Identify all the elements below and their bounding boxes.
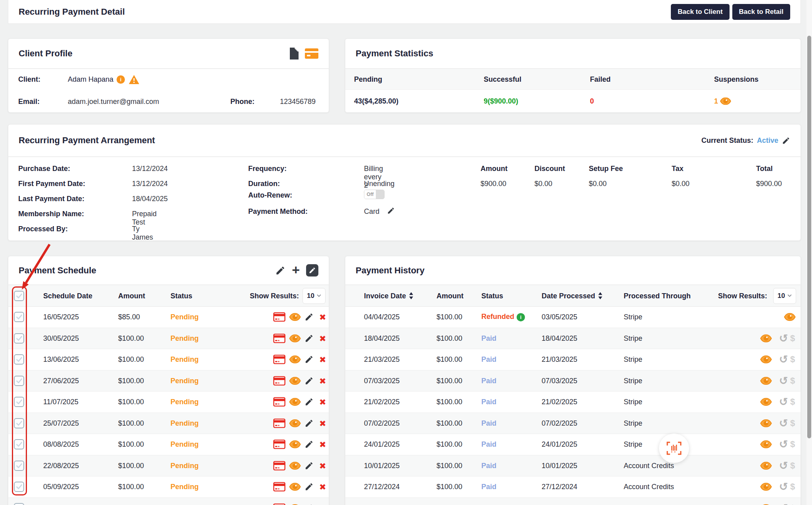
- refund-info-icon[interactable]: i: [517, 313, 525, 321]
- payment-card-icon[interactable]: [305, 48, 318, 59]
- row-checkbox[interactable]: [14, 461, 24, 471]
- row-checkbox[interactable]: [14, 312, 24, 322]
- pencil-icon[interactable]: [304, 376, 314, 385]
- refresh-icon[interactable]: ↺: [779, 482, 788, 492]
- pencil-icon[interactable]: [304, 419, 314, 428]
- suspensions-eye-icon[interactable]: [720, 98, 731, 105]
- edit-schedule-pencil-icon[interactable]: [275, 265, 285, 276]
- row-checkbox[interactable]: [14, 503, 24, 505]
- row-checkbox[interactable]: [14, 418, 24, 428]
- refresh-icon[interactable]: ↺: [779, 354, 788, 365]
- dollar-icon[interactable]: $: [790, 397, 795, 406]
- refresh-icon[interactable]: ↺: [779, 503, 788, 505]
- eye-icon[interactable]: [289, 419, 301, 427]
- dollar-icon[interactable]: $: [790, 461, 795, 470]
- pencil-icon[interactable]: [304, 355, 314, 364]
- invoice-date-cell: 04/04/2025: [364, 313, 400, 321]
- scrollbar-track[interactable]: [806, 0, 812, 505]
- auto-renew-toggle[interactable]: Off: [364, 190, 385, 199]
- table-row: 07/03/2025$100.00Paid07/03/2025Stripe↺$: [345, 371, 801, 392]
- eye-icon[interactable]: [760, 419, 772, 427]
- scrollbar-thumb[interactable]: [807, 36, 811, 438]
- refresh-icon[interactable]: ↺: [779, 418, 788, 428]
- client-info-icon[interactable]: i: [117, 75, 125, 84]
- eye-icon[interactable]: [760, 462, 772, 470]
- add-payment-icon[interactable]: +: [292, 263, 300, 277]
- pencil-icon[interactable]: [304, 397, 314, 407]
- card-icon[interactable]: [273, 440, 285, 449]
- show-results-dropdown[interactable]: 10: [303, 288, 326, 304]
- card-icon[interactable]: [273, 312, 285, 322]
- back-to-retail-button[interactable]: Back to Retail: [732, 4, 790, 20]
- eye-icon[interactable]: [289, 334, 301, 342]
- delete-icon[interactable]: ✖: [319, 355, 326, 364]
- card-icon[interactable]: [273, 482, 285, 492]
- row-checkbox[interactable]: [14, 354, 24, 365]
- back-to-client-button[interactable]: Back to Client: [671, 4, 729, 20]
- row-checkbox[interactable]: [14, 482, 24, 492]
- delete-icon[interactable]: ✖: [319, 461, 326, 470]
- eye-icon[interactable]: [760, 355, 772, 363]
- refresh-icon[interactable]: ↺: [779, 460, 788, 471]
- card-icon[interactable]: [273, 397, 285, 407]
- refresh-icon[interactable]: ↺: [779, 333, 788, 344]
- card-icon[interactable]: [273, 418, 285, 428]
- history-show-results-dropdown[interactable]: 10: [773, 288, 796, 304]
- row-checkbox[interactable]: [14, 397, 24, 407]
- warning-icon[interactable]: [129, 75, 139, 84]
- delete-icon[interactable]: ✖: [319, 376, 326, 385]
- eye-icon[interactable]: [289, 462, 301, 470]
- document-icon[interactable]: [289, 48, 299, 60]
- delete-icon[interactable]: ✖: [319, 334, 326, 342]
- refresh-icon[interactable]: ↺: [779, 375, 788, 386]
- pencil-icon[interactable]: [304, 334, 314, 343]
- eye-icon[interactable]: [289, 483, 301, 491]
- card-icon[interactable]: [273, 376, 285, 386]
- eye-icon[interactable]: [289, 398, 301, 406]
- client-name[interactable]: Adam Hapana: [68, 75, 113, 84]
- sort-icon: [598, 292, 603, 300]
- eye-icon[interactable]: [760, 377, 772, 385]
- dollar-icon[interactable]: $: [790, 376, 795, 385]
- delete-icon[interactable]: ✖: [319, 313, 326, 321]
- delete-icon[interactable]: ✖: [319, 483, 326, 491]
- card-icon[interactable]: [273, 461, 285, 470]
- eye-icon[interactable]: [289, 377, 301, 385]
- dollar-icon[interactable]: $: [790, 419, 795, 428]
- row-checkbox[interactable]: [14, 376, 24, 386]
- dollar-icon[interactable]: $: [790, 482, 795, 491]
- pencil-icon[interactable]: [304, 313, 314, 322]
- row-checkbox[interactable]: [14, 333, 24, 344]
- eye-icon[interactable]: [760, 334, 772, 342]
- delete-icon[interactable]: ✖: [319, 440, 326, 449]
- dollar-icon[interactable]: $: [790, 334, 795, 343]
- card-icon[interactable]: [273, 333, 285, 343]
- pencil-icon[interactable]: [304, 482, 314, 492]
- card-icon[interactable]: [273, 503, 285, 505]
- dollar-icon[interactable]: $: [790, 440, 795, 449]
- bulk-edit-icon[interactable]: [306, 264, 318, 277]
- edit-payment-method-pencil-icon[interactable]: [387, 207, 395, 215]
- select-all-checkbox[interactable]: [14, 291, 24, 301]
- pencil-icon[interactable]: [304, 440, 314, 449]
- barcode-scan-button[interactable]: [659, 434, 689, 463]
- pencil-icon[interactable]: [304, 461, 314, 470]
- eye-icon[interactable]: [760, 483, 772, 491]
- eye-icon[interactable]: [784, 313, 796, 321]
- eye-icon[interactable]: [760, 398, 772, 406]
- eye-icon[interactable]: [289, 355, 301, 363]
- delete-icon[interactable]: ✖: [319, 419, 326, 427]
- eye-icon[interactable]: [289, 313, 301, 321]
- col-invoice-date[interactable]: Invoice Date: [364, 292, 414, 300]
- dollar-icon[interactable]: $: [790, 355, 795, 364]
- delete-icon[interactable]: ✖: [319, 398, 326, 406]
- edit-status-pencil-icon[interactable]: [782, 136, 790, 145]
- row-checkbox[interactable]: [14, 439, 24, 449]
- eye-icon[interactable]: [760, 440, 772, 448]
- refresh-icon[interactable]: ↺: [779, 439, 788, 450]
- eye-icon[interactable]: [289, 440, 301, 448]
- col-date-processed[interactable]: Date Processed: [542, 292, 603, 300]
- pencil-icon[interactable]: [304, 503, 314, 505]
- refresh-icon[interactable]: ↺: [779, 397, 788, 407]
- card-icon[interactable]: [273, 355, 285, 365]
